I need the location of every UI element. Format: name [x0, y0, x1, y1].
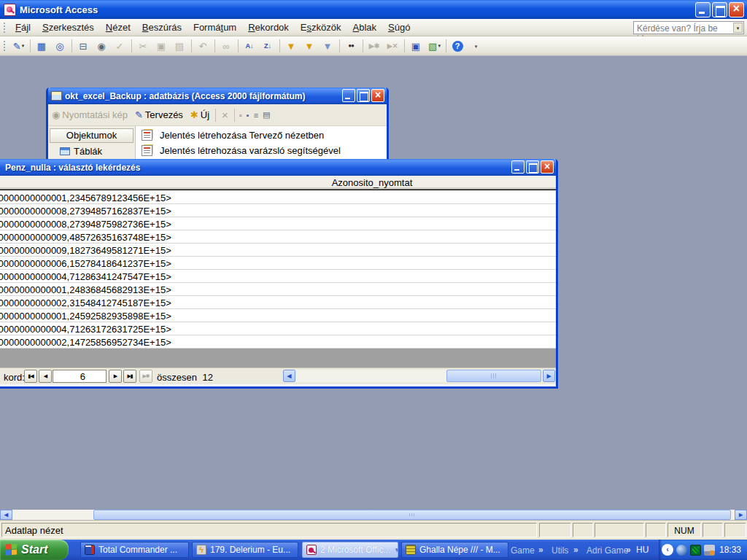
sort-ascending-button[interactable]: A↓: [241, 38, 258, 54]
save-button[interactable]: ▦: [34, 38, 50, 54]
quick-toolbar-game[interactable]: Game: [511, 545, 535, 556]
language-indicator[interactable]: HU: [636, 545, 649, 555]
print-preview-db-button[interactable]: ◉Nyomtatási kép: [48, 108, 131, 122]
table-row[interactable]: <0000000000008,27394857162837E+15>: [0, 204, 556, 217]
taskbar-item-total-commander[interactable]: Total Commander ...: [80, 542, 189, 558]
delete-db-button[interactable]: ×: [218, 107, 232, 122]
taskbar-item-microsoft-office-group[interactable]: 2 Microsoft Offic... ▼: [302, 542, 398, 558]
help-button[interactable]: ?: [449, 38, 466, 54]
copy-button[interactable]: ▣: [153, 38, 170, 54]
close-button[interactable]: [729, 2, 744, 18]
database-window-titlebar[interactable]: okt_excel_Backup : adatbázis (Access 200…: [48, 88, 387, 104]
filter-by-form-button[interactable]: ▼: [301, 38, 318, 54]
query-minimize-button[interactable]: [511, 160, 525, 174]
table-row[interactable]: <0000000000001,24836845682913E+15>: [0, 283, 556, 296]
menu-sugo[interactable]: Súgó: [382, 20, 416, 35]
table-row[interactable]: <0000000000002,14725856952734E+15>: [0, 335, 556, 349]
workspace-scroll-left-arrow[interactable]: ◂: [0, 510, 12, 520]
spelling-button[interactable]: ✓: [112, 38, 128, 54]
print-button[interactable]: ⊟: [75, 38, 92, 54]
last-record-button[interactable]: ▶▮: [123, 370, 136, 383]
chevron-right-icon[interactable]: »: [538, 545, 543, 555]
menu-beszuras[interactable]: Beszúrás: [136, 20, 187, 35]
insert-hyperlink-button[interactable]: ∞: [218, 38, 235, 54]
minimize-button[interactable]: [695, 2, 711, 18]
db-maximize-button[interactable]: [357, 89, 370, 102]
tray-chevron-icon[interactable]: ‹: [662, 544, 673, 556]
list-item[interactable]: Jelentés létrehozása Tervező nézetben: [142, 128, 387, 143]
menu-formatum[interactable]: Formátum: [187, 20, 242, 35]
sidebar-item-tables[interactable]: Táblák: [50, 143, 133, 157]
menubar-grip-handle[interactable]: [3, 22, 7, 34]
first-record-button[interactable]: ▮◀: [24, 370, 37, 383]
toolbar-grip-handle[interactable]: [3, 40, 7, 52]
print-preview-button[interactable]: ◉: [93, 38, 110, 54]
quick-toolbar-utils[interactable]: Utils: [551, 545, 568, 556]
chevron-right-icon[interactable]: »: [626, 545, 631, 555]
table-row[interactable]: <0000000000004,71263172631725E+15>: [0, 322, 556, 335]
table-row[interactable]: <0000000000008,27394875982736E+15>: [0, 217, 556, 230]
tray-green-app-icon[interactable]: [690, 545, 701, 556]
objects-header-button[interactable]: Objektumok: [50, 128, 133, 143]
table-row[interactable]: <0000000000009,48572635163748E+15>: [0, 230, 556, 244]
taskbar-item-winamp[interactable]: ϟ 179. Delerium - Eu...: [192, 542, 298, 558]
scroll-right-arrow[interactable]: ▸: [543, 370, 555, 382]
query-close-button[interactable]: [541, 160, 554, 174]
list-item[interactable]: Jelentés létrehozása varázsló segítségév…: [142, 143, 387, 158]
chevron-down-icon[interactable]: ▼: [394, 547, 398, 553]
taskbar-item-ghalla-nepe[interactable]: Ghalla Népe /// - M...: [401, 542, 508, 558]
menu-fajl[interactable]: Fájl: [9, 20, 36, 35]
tray-messenger-icon[interactable]: [704, 545, 715, 556]
workspace-scrollbar-thumb[interactable]: [93, 510, 731, 520]
table-row[interactable]: <0000000000006,15278418641237E+15>: [0, 257, 556, 270]
chevron-right-icon[interactable]: »: [573, 545, 578, 555]
database-window-button[interactable]: ▣: [408, 38, 425, 54]
scroll-left-arrow[interactable]: ◂: [283, 370, 295, 382]
menu-szerkesztes[interactable]: Szerkesztés: [36, 20, 100, 35]
column-header[interactable]: Azonosito_nyomtat: [0, 176, 556, 190]
horizontal-scrollbar-thumb[interactable]: [446, 370, 541, 382]
find-button[interactable]: ●●: [343, 38, 360, 54]
cut-button[interactable]: ✂: [135, 38, 152, 54]
table-row[interactable]: <0000000000001,24592582935898E+15>: [0, 309, 556, 322]
sort-descending-button[interactable]: Z↓: [260, 38, 276, 54]
new-record-button[interactable]: ▶✱: [366, 38, 383, 54]
table-row[interactable]: <0000000000002,31548412745187E+15>: [0, 296, 556, 309]
table-row[interactable]: <0000000000004,71286341247547E+15>: [0, 270, 556, 283]
previous-record-button[interactable]: ◀: [39, 370, 52, 383]
new-db-button[interactable]: ✱Új: [187, 108, 213, 122]
menu-nezet[interactable]: Nézet: [100, 20, 136, 35]
filter-by-selection-button[interactable]: ▼: [283, 38, 300, 54]
list-view-button[interactable]: ≡: [252, 111, 260, 120]
current-record-input[interactable]: 6: [53, 370, 107, 383]
design-db-button[interactable]: ✎Tervezés: [131, 108, 187, 122]
design-view-button[interactable]: ✎▾: [10, 38, 27, 54]
db-minimize-button[interactable]: [342, 89, 355, 102]
restore-button[interactable]: [712, 2, 727, 18]
new-record-button[interactable]: ▶✱: [139, 370, 152, 383]
table-row[interactable]: <0000000000001,23456789123456E+15>: [0, 191, 556, 204]
chevron-down-icon[interactable]: ▾: [733, 23, 743, 33]
db-close-button[interactable]: [371, 89, 384, 102]
delete-record-button[interactable]: ▶✕: [384, 38, 401, 54]
next-record-button[interactable]: ▶: [109, 370, 122, 383]
toolbar-options-button[interactable]: ▾: [468, 38, 484, 54]
details-view-button[interactable]: ▤: [260, 110, 272, 120]
workspace-scroll-right-arrow[interactable]: ▸: [735, 510, 747, 520]
help-question-input[interactable]: Kérdése van? Írja be ide. ▾: [633, 21, 744, 34]
small-icons-view-button[interactable]: ▪: [244, 111, 252, 120]
query-maximize-button[interactable]: [526, 160, 539, 174]
table-row[interactable]: <0000000000009,18273649581271E+15>: [0, 244, 556, 257]
undo-button[interactable]: ↶: [195, 38, 212, 54]
quick-toolbar-adri-game[interactable]: Adri Game: [587, 545, 628, 556]
start-button[interactable]: Start: [0, 540, 69, 560]
menu-rekordok[interactable]: Rekordok: [242, 20, 295, 35]
menu-eszkozok[interactable]: Eszközök: [295, 20, 347, 35]
new-object-button[interactable]: ▧▾: [426, 38, 443, 54]
tray-globe-icon[interactable]: [676, 545, 687, 556]
apply-filter-button[interactable]: ▼: [320, 38, 336, 54]
menu-ablak[interactable]: Ablak: [347, 20, 382, 35]
large-icons-view-button[interactable]: ▫: [237, 111, 244, 120]
paste-button[interactable]: ▤: [171, 38, 188, 54]
query-window-titlebar[interactable]: Penz_nulla : választó lekérdezés: [0, 159, 556, 176]
